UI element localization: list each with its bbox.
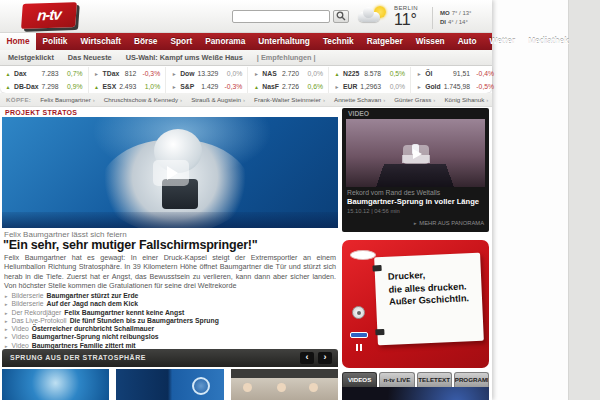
ticker-percent: -0,5%	[473, 83, 494, 90]
related-link[interactable]: ► Der Rekordjäger Felix Baumgartner kenn…	[4, 309, 336, 317]
carousel-thumbnails	[2, 369, 338, 400]
tab-teletext[interactable]: TELETEXT	[417, 372, 452, 387]
carousel-thumb[interactable]	[2, 369, 109, 400]
nav-item-wissen[interactable]: Wissen	[409, 33, 451, 50]
article-headline[interactable]: "Ein sehr, sehr mutiger Fallschirmspring…	[3, 238, 258, 252]
nav-item-home[interactable]: Home	[0, 33, 36, 50]
nav-item-wetter[interactable]: Wetter	[483, 33, 522, 50]
ticker-item-nasf[interactable]: ▲ NasF 2.726 0,6%	[247, 80, 328, 93]
koepfe-item-grass[interactable]: Günter Grass›	[394, 96, 435, 103]
nav-item-wirtschaft[interactable]: Wirtschaft	[74, 33, 128, 50]
ticker-item-eur[interactable]: ► EUR 1,2963 0,0%	[328, 80, 410, 93]
trend-up-icon: ▲	[334, 71, 340, 77]
face-shape	[243, 383, 252, 392]
ticker-item-dow[interactable]: ► Dow 13.329 0,0%	[165, 67, 247, 80]
koepfe-item-schavan[interactable]: Annette Schavan›	[334, 96, 385, 103]
tv-preview-strip[interactable]	[342, 387, 489, 400]
ticker-percent: 0,6%	[302, 83, 323, 90]
ticker-item-tdax[interactable]: ► TDax 812 -0,3%	[88, 67, 166, 80]
hero-video-image[interactable]	[2, 117, 338, 228]
koepfe-item-baumgartner[interactable]: Felix Baumgartner›	[40, 96, 95, 103]
ticker-percent: 0,7%	[62, 70, 83, 77]
ticker-item-dbdax[interactable]: ▲ DB-Dax 7.298 0,9%	[0, 80, 88, 93]
subnav-empfehlungen[interactable]: | Empfehlungen |	[257, 53, 316, 62]
forecast-day: MO	[440, 10, 450, 16]
ticker-item-sp[interactable]: ► S&P 1.429 -0,3%	[165, 80, 247, 93]
nav-item-auto[interactable]: Auto	[451, 33, 483, 50]
related-link[interactable]: ► Video Baumgartner-Sprung nicht reibung…	[4, 333, 336, 341]
koepfe-item-strauss[interactable]: Strauß & Augstein›	[191, 96, 245, 103]
nav-item-mediathek[interactable]: Mediathek	[522, 33, 576, 50]
tab-videos[interactable]: VIDEOS	[342, 372, 377, 387]
ticker-item-esx[interactable]: ▲ ESX 2.493 1,0%	[88, 80, 166, 93]
nav-item-boerse[interactable]: Börse	[127, 33, 164, 50]
forecast-day: DI	[440, 19, 446, 25]
carousel-prev-button[interactable]: ‹	[300, 352, 314, 364]
play-icon[interactable]	[403, 145, 429, 164]
ticker-item-dax[interactable]: ▲ Dax 7.283 0,7%	[0, 67, 88, 80]
ticker-name: TDax	[103, 70, 122, 77]
chevron-right-icon: ›	[93, 96, 95, 103]
weather-widget[interactable]: BERLIN 11° MO7° / 13° DI4° / 14°	[350, 4, 485, 30]
video-title[interactable]: Baumgartner-Sprung in voller Länge	[347, 197, 479, 206]
ticker-item-nas[interactable]: ► NAS 2.720 0,0%	[247, 67, 328, 80]
ticker-name: ESX	[103, 83, 117, 90]
ticker-percent: 0,0%	[384, 83, 405, 90]
ticker-value: 7.283	[42, 70, 59, 77]
nav-item-technik[interactable]: Technik	[316, 33, 360, 50]
koepfe-text: Felix Baumgartner	[40, 96, 91, 103]
carousel-next-button[interactable]: ›	[318, 352, 332, 364]
photo-band	[231, 369, 338, 378]
trend-up-icon: ▲	[253, 84, 259, 90]
ticker-percent: -0,3%	[139, 70, 160, 77]
trend-flat-icon: ►	[416, 71, 422, 77]
related-link[interactable]: ► Video Österreicher durchbricht Schallm…	[4, 325, 336, 333]
subnav-das-neueste[interactable]: Das Neueste	[68, 53, 112, 62]
koepfe-text: Frank-Walter Steinmeier	[254, 96, 321, 103]
nav-item-panorama[interactable]: Panorama	[199, 33, 252, 50]
link-title: Baumgartners Familie zittert mit	[32, 342, 136, 349]
trend-flat-icon: ►	[416, 84, 422, 90]
ticker-value: 2.726	[282, 83, 299, 90]
printer-ad-banner[interactable]: Drucker, die alles drucken. Außer Gschic…	[342, 240, 489, 368]
weather-forecast: MO7° / 13° DI4° / 14°	[440, 9, 471, 27]
article-body: Felix Baumgartner hat es gewagt: In eine…	[4, 253, 336, 291]
search-input[interactable]	[232, 10, 330, 23]
related-link[interactable]: ► Bilderserie Auf der Jagd nach dem Kick	[4, 300, 336, 308]
koepfe-item-chruschtschow[interactable]: Chruschtschow & Kennedy›	[104, 96, 182, 103]
printer-button-shape	[350, 332, 368, 338]
chevron-right-icon: ›	[323, 96, 325, 103]
ad-paper: Drucker, die alles drucken. Außer Gschic…	[374, 253, 484, 346]
link-title: Baumgartner-Sprung nicht reibungslos	[32, 333, 159, 340]
ticker-item-gold[interactable]: ► Gold 1.745,98 -0,5%	[410, 80, 499, 93]
ticker-percent: -0,3%	[221, 83, 242, 90]
ntv-logo[interactable]: n-tv	[21, 2, 77, 29]
tab-ntv-live[interactable]: n-tv LIVE	[379, 372, 414, 387]
trend-up-icon: ▲	[5, 84, 11, 90]
ticker-item-oel[interactable]: ► Öl 91,51 -0,4%	[410, 67, 499, 80]
more-panorama-link[interactable]: ►MEHR AUS PANORAMA	[413, 220, 484, 226]
koepfe-item-steinmeier[interactable]: Frank-Walter Steinmeier›	[254, 96, 325, 103]
search-button[interactable]	[333, 10, 349, 23]
ticker-value: 1.745,98	[444, 83, 470, 90]
ticker-name: Dax	[14, 70, 39, 77]
ticker-item-n225[interactable]: ▲ N225 8.578 0,5%	[328, 67, 410, 80]
carousel-thumb[interactable]	[116, 369, 223, 400]
nav-item-unterhaltung[interactable]: Unterhaltung	[252, 33, 317, 50]
related-link[interactable]: ► Das Live-Protokoll Die fünf Stunden bi…	[4, 317, 336, 325]
carousel-thumb[interactable]	[231, 369, 338, 400]
video-thumbnail[interactable]	[346, 119, 485, 187]
koepfe-item-sihanuk[interactable]: König Sihanuk›	[444, 96, 488, 103]
face-shape	[277, 383, 286, 392]
trend-flat-icon: ►	[94, 71, 100, 77]
stock-ticker: ▲ Dax 7.283 0,7% ► TDax 812 -0,3% ► Dow …	[0, 66, 492, 93]
play-icon[interactable]	[153, 160, 189, 186]
related-link[interactable]: ► Bilderserie Baumgartner stürzt zur Erd…	[4, 292, 336, 300]
bullet-icon: ►	[413, 221, 417, 226]
subnav-us-wahl[interactable]: US-Wahl: Kampf ums Weiße Haus	[126, 53, 243, 62]
nav-item-sport[interactable]: Sport	[164, 33, 199, 50]
nav-item-ratgeber[interactable]: Ratgeber	[360, 33, 409, 50]
tab-programm[interactable]: PROGRAMM	[454, 372, 489, 387]
subnav-meistgeklickt[interactable]: Meistgeklickt	[8, 53, 54, 62]
nav-item-politik[interactable]: Politik	[36, 33, 74, 50]
